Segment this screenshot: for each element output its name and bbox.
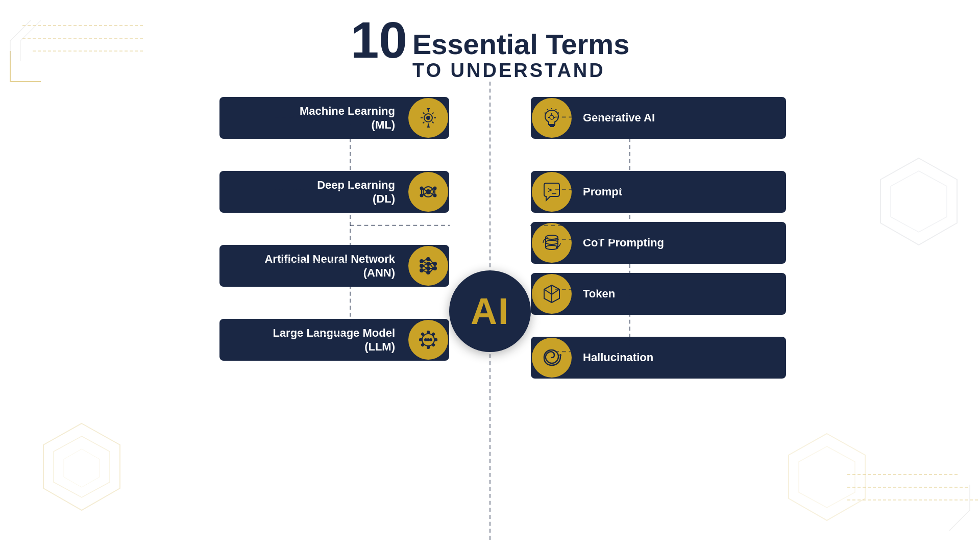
card-dl: Deep Learning(DL) <box>219 171 449 213</box>
svg-point-40 <box>434 194 436 197</box>
svg-line-85 <box>545 113 546 113</box>
svg-line-82 <box>556 109 557 110</box>
svg-rect-68 <box>427 331 429 334</box>
svg-point-37 <box>421 187 423 190</box>
svg-rect-72 <box>421 333 424 336</box>
svg-point-53 <box>427 271 430 274</box>
ann-icon <box>418 255 439 277</box>
title-tounderstand: TO UNDERSTAND <box>412 60 629 82</box>
genai-icon <box>541 107 562 129</box>
svg-rect-69 <box>427 346 429 348</box>
svg-point-38 <box>421 194 423 197</box>
svg-line-83 <box>547 109 548 110</box>
title-essential: Essential Terms <box>412 30 629 60</box>
svg-line-29 <box>432 113 434 114</box>
svg-point-36 <box>426 190 430 194</box>
card-token: Token <box>531 273 786 315</box>
svg-line-102 <box>544 289 552 294</box>
svg-line-27 <box>423 113 425 114</box>
svg-point-86 <box>550 115 554 119</box>
svg-point-105 <box>559 354 561 356</box>
dl-label: Deep Learning(DL) <box>219 178 407 206</box>
svg-point-50 <box>427 258 430 261</box>
title-number: 10 <box>351 11 407 68</box>
ann-icon-circle <box>408 246 448 286</box>
svg-rect-73 <box>432 333 435 336</box>
svg-point-78 <box>430 339 432 341</box>
card-prompt: >_ Prompt <box>531 171 786 213</box>
svg-line-28 <box>432 122 434 123</box>
svg-line-66 <box>430 268 433 272</box>
llm-icon <box>418 329 439 350</box>
svg-line-64 <box>430 264 433 268</box>
ai-label: AI <box>471 290 509 332</box>
svg-point-54 <box>433 262 436 265</box>
svg-point-76 <box>425 339 427 341</box>
title-area: 10 Essential Terms TO UNDERSTAND <box>0 0 980 87</box>
svg-line-59 <box>423 266 427 268</box>
genai-label: Generative AI <box>573 111 786 125</box>
card-llm: Large Language Model(LLM) <box>219 319 449 361</box>
card-genai: Generative AI <box>531 97 786 139</box>
llm-icon-circle <box>408 320 448 360</box>
svg-point-94 <box>546 240 558 244</box>
card-ann: Artificial Neural Network(ANN) <box>219 245 449 287</box>
svg-point-39 <box>434 187 436 190</box>
cot-icon <box>541 232 562 254</box>
svg-text:>_: >_ <box>548 186 556 194</box>
svg-point-49 <box>420 269 423 272</box>
svg-line-84 <box>558 113 559 113</box>
hallucination-icon-circle <box>532 338 572 378</box>
svg-rect-71 <box>434 339 437 341</box>
svg-rect-74 <box>421 343 424 346</box>
svg-rect-75 <box>432 343 435 346</box>
svg-point-55 <box>433 267 436 270</box>
token-icon <box>541 283 562 305</box>
ml-label: Machine Learning(ML) <box>219 104 407 132</box>
card-cot: CoT Prompting <box>531 222 786 264</box>
ml-icon-circle <box>408 98 448 138</box>
svg-point-47 <box>420 260 423 263</box>
svg-point-22 <box>427 116 430 119</box>
cot-label: CoT Prompting <box>573 236 786 250</box>
dl-icon <box>418 181 439 203</box>
ai-circle: AI <box>449 270 531 352</box>
token-icon-circle <box>532 274 572 314</box>
dl-icon-circle <box>408 172 448 212</box>
prompt-label: Prompt <box>573 185 786 199</box>
diagram-area: AI Ma <box>0 82 980 541</box>
svg-line-103 <box>552 289 559 294</box>
cot-icon-circle <box>532 223 572 263</box>
svg-line-57 <box>423 261 427 264</box>
svg-rect-70 <box>420 339 422 341</box>
svg-line-58 <box>423 264 427 266</box>
hallucination-label: Hallucination <box>573 350 786 365</box>
svg-line-62 <box>430 259 433 264</box>
svg-line-60 <box>423 268 427 270</box>
svg-line-56 <box>423 259 427 261</box>
svg-point-48 <box>420 264 423 267</box>
svg-line-61 <box>423 270 427 272</box>
card-hallucination: Hallucination <box>531 337 786 379</box>
token-label: Token <box>573 287 786 301</box>
svg-point-77 <box>427 339 429 341</box>
llm-label: Large Language Model(LLM) <box>219 326 407 354</box>
svg-line-30 <box>423 122 425 123</box>
title-text: Essential Terms TO UNDERSTAND <box>412 30 629 82</box>
card-ml: Machine Learning(ML) <box>219 97 449 139</box>
prompt-icon-circle: >_ <box>532 172 572 212</box>
ann-label: Artificial Neural Network(ANN) <box>219 252 407 280</box>
hallucination-icon <box>541 347 562 368</box>
svg-point-52 <box>427 267 430 270</box>
svg-point-51 <box>427 262 430 265</box>
ml-icon <box>418 107 439 129</box>
genai-icon-circle <box>532 98 572 138</box>
prompt-icon: >_ <box>541 181 562 203</box>
